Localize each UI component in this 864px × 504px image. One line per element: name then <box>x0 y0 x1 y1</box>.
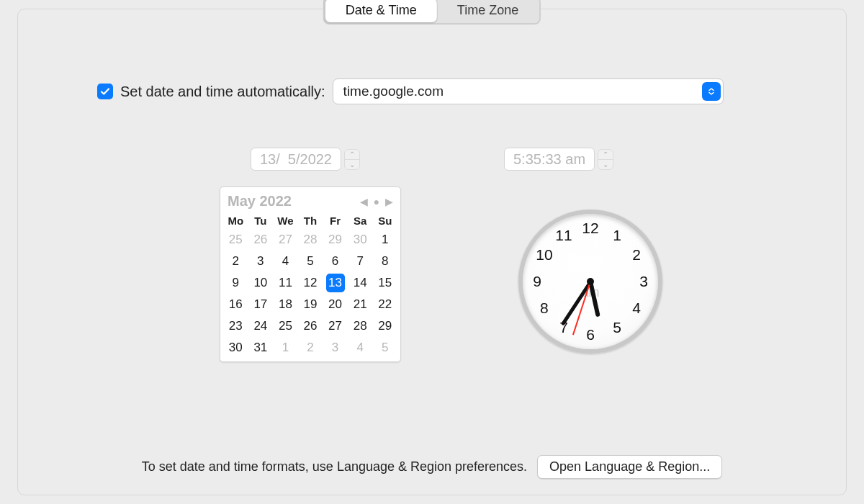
clock-number: 12 <box>582 220 598 237</box>
calendar-day[interactable]: 28 <box>298 229 323 251</box>
time-step-down[interactable]: ⌄ <box>598 159 613 169</box>
open-language-region-button[interactable]: Open Language & Region... <box>537 455 722 479</box>
calendar-day[interactable]: 22 <box>372 294 397 315</box>
clock-number: 11 <box>555 227 572 244</box>
calendar-day[interactable]: 17 <box>248 294 274 315</box>
calendar-day[interactable]: 24 <box>248 315 274 337</box>
calendar-day[interactable]: 25 <box>223 229 248 251</box>
date-stepper-buttons[interactable]: ⌃ ⌄ <box>344 149 360 170</box>
calendar-day[interactable]: 7 <box>348 251 373 272</box>
clock-number: 6 <box>586 326 595 343</box>
calendar-day[interactable]: 8 <box>372 251 397 272</box>
calendar-day[interactable]: 4 <box>348 337 373 359</box>
calendar-weekday: Su <box>372 212 397 229</box>
calendar-day[interactable]: 21 <box>348 294 373 315</box>
calendar-grid: MoTuWeThFrSaSu25262728293012345678910111… <box>223 212 397 359</box>
clock-number: 7 <box>559 319 568 336</box>
calendar-day[interactable]: 27 <box>273 229 298 251</box>
calendar-day[interactable]: 26 <box>248 229 274 251</box>
calendar-day[interactable]: 29 <box>323 229 348 251</box>
calendar-day[interactable]: 9 <box>223 272 248 294</box>
calendar-day[interactable]: 20 <box>323 294 348 315</box>
calendar-day[interactable]: 14 <box>348 272 373 294</box>
stepper-row: 13/ 5/2022 ⌃ ⌄ 5:35:33 am ⌃ ⌄ <box>18 148 846 171</box>
calendar-day[interactable]: 16 <box>223 294 248 315</box>
clock-number: 4 <box>632 300 641 317</box>
calendar-day[interactable]: 15 <box>372 272 397 294</box>
time-step-up[interactable]: ⌃ <box>598 150 613 159</box>
auto-set-checkbox[interactable] <box>97 84 113 99</box>
clock-number: 1 <box>613 227 621 244</box>
calendar-day[interactable]: 18 <box>273 294 298 315</box>
calendar: May 2022 ◀ ● ▶ MoTuWeThFrSaSu25262728293… <box>220 186 401 362</box>
calendar-day[interactable]: 29 <box>372 315 397 337</box>
auto-set-row: Set date and time automatically: time.go… <box>97 78 724 104</box>
calendar-day[interactable]: 10 <box>248 272 274 294</box>
analog-clock: am 121234567891011 <box>518 210 662 354</box>
checkmark-icon <box>99 86 111 97</box>
clock-number: 3 <box>639 273 648 290</box>
calendar-month-title: May 2022 <box>228 193 360 210</box>
calendar-day[interactable]: 5 <box>298 251 323 272</box>
calendar-day[interactable]: 11 <box>273 272 298 294</box>
chevron-up-down-icon <box>707 87 716 96</box>
ntp-server-combo[interactable]: time.google.com <box>333 78 724 104</box>
calendar-day[interactable]: 31 <box>248 337 274 359</box>
calendar-day[interactable]: 3 <box>248 251 274 272</box>
clock-number: 8 <box>540 300 549 317</box>
calendar-day[interactable]: 23 <box>223 315 248 337</box>
calendar-weekday: Th <box>298 212 323 229</box>
calendar-day[interactable]: 3 <box>323 337 348 359</box>
calendar-day[interactable]: 12 <box>298 272 323 294</box>
calendar-day[interactable]: 30 <box>223 337 248 359</box>
clock-number: 10 <box>536 246 552 264</box>
ntp-server-value: time.google.com <box>343 84 702 99</box>
clock-center-pin <box>587 278 594 285</box>
date-field[interactable]: 13/ 5/2022 <box>251 148 341 171</box>
calendar-day[interactable]: 2 <box>298 337 323 359</box>
clock-number: 5 <box>613 319 621 336</box>
clock-number: 9 <box>533 273 541 290</box>
date-stepper: 13/ 5/2022 ⌃ ⌄ <box>251 148 360 171</box>
tab-bar: Date & Time Time Zone <box>323 0 541 24</box>
calendar-weekday: Tu <box>248 212 274 229</box>
date-step-down[interactable]: ⌄ <box>345 159 359 169</box>
calendar-day[interactable]: 6 <box>323 251 348 272</box>
calendar-day[interactable]: 26 <box>298 315 323 337</box>
combo-dropdown-button[interactable] <box>702 82 721 101</box>
calendar-weekday: Sa <box>348 212 373 229</box>
calendar-day[interactable]: 1 <box>273 337 298 359</box>
tab-date-time[interactable]: Date & Time <box>325 0 437 22</box>
time-stepper: 5:35:33 am ⌃ ⌄ <box>504 148 613 171</box>
footer-hint: To set date and time formats, use Langua… <box>142 459 527 474</box>
time-stepper-buttons[interactable]: ⌃ ⌄ <box>598 149 613 170</box>
preferences-panel: Date & Time Time Zone Set date and time … <box>17 9 847 495</box>
calendar-prev-month[interactable]: ◀ <box>360 196 368 207</box>
calendar-weekday: Fr <box>323 212 348 229</box>
calendar-weekday: Mo <box>223 212 248 229</box>
calendar-day[interactable]: 25 <box>273 315 298 337</box>
footer-row: To set date and time formats, use Langua… <box>18 455 846 479</box>
calendar-day[interactable]: 1 <box>372 229 397 251</box>
calendar-day[interactable]: 28 <box>348 315 373 337</box>
calendar-day[interactable]: 30 <box>348 229 373 251</box>
date-step-up[interactable]: ⌃ <box>345 150 359 159</box>
tab-time-zone[interactable]: Time Zone <box>437 0 539 22</box>
calendar-day[interactable]: 13 <box>323 272 348 294</box>
calendar-day[interactable]: 19 <box>298 294 323 315</box>
calendar-weekday: We <box>273 212 298 229</box>
calendar-day[interactable]: 5 <box>372 337 397 359</box>
calendar-day[interactable]: 4 <box>273 251 298 272</box>
calendar-day[interactable]: 2 <box>223 251 248 272</box>
calendar-today[interactable]: ● <box>374 196 379 207</box>
calendar-next-month[interactable]: ▶ <box>385 196 393 207</box>
time-field[interactable]: 5:35:33 am <box>504 148 595 171</box>
auto-set-label: Set date and time automatically: <box>120 84 325 100</box>
clock-number: 2 <box>632 246 641 264</box>
calendar-day[interactable]: 27 <box>323 315 348 337</box>
